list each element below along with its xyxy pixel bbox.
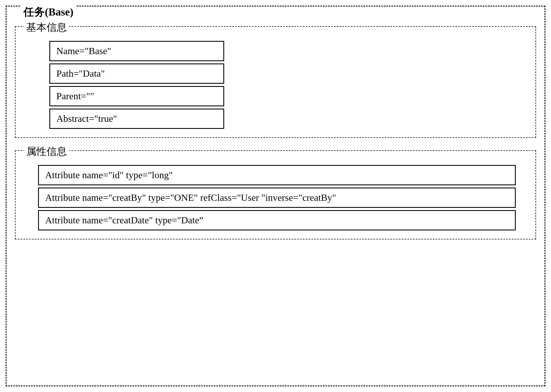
basic-info-title: 基本信息 <box>24 21 69 34</box>
outer-title: 任务(Base) <box>21 5 76 19</box>
attribute-info-title: 属性信息 <box>24 145 69 158</box>
basic-abstract-cell: Abstract="true" <box>49 109 224 129</box>
attribute-row-creatby: Attribute name="creatBy" type="ONE" refC… <box>38 188 516 208</box>
basic-info-stack: Name="Base" Path="Data" Parent="" Abstra… <box>30 35 524 129</box>
basic-name-cell: Name="Base" <box>49 41 224 61</box>
attribute-info-box: 属性信息 Attribute name="id" type="long" Att… <box>15 150 536 239</box>
basic-info-box: 基本信息 Name="Base" Path="Data" Parent="" A… <box>15 26 536 138</box>
basic-path-cell: Path="Data" <box>49 63 224 84</box>
attribute-info-stack: Attribute name="id" type="long" Attribut… <box>30 159 524 230</box>
basic-parent-cell: Parent="" <box>49 86 224 106</box>
task-base-container: 任务(Base) 基本信息 Name="Base" Path="Data" Pa… <box>6 6 545 386</box>
attribute-row-creatdate: Attribute name="creatDate" type="Date” <box>38 210 516 230</box>
attribute-row-id: Attribute name="id" type="long" <box>38 165 516 185</box>
